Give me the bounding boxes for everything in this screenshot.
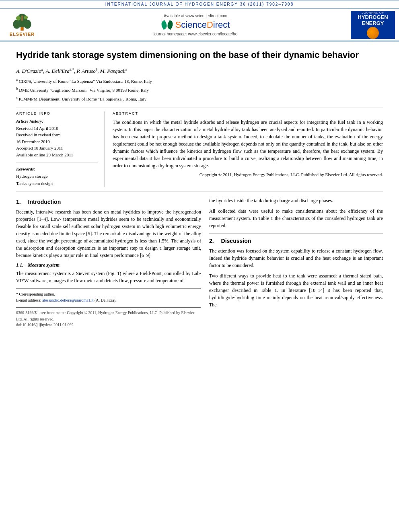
revised-label: Received in revised form	[16, 131, 98, 138]
section2-title: 2. Discussion	[209, 238, 383, 244]
issn-text: 0360-3199/$ – see front matter Copyright…	[16, 310, 201, 322]
available-text: Available at www.sciencedirect.com	[40, 14, 351, 18]
he-main-text: HYDROGENENERGY	[351, 14, 395, 26]
section1-label: Introduction	[28, 199, 61, 205]
author-artuso: P. Artusob	[77, 68, 98, 74]
subsection1-title: 1.1. Measure system	[16, 262, 201, 268]
author-dellera: A. Dell'Erab,*	[46, 68, 74, 74]
abstract-text: The conditions in which the metal hydrid…	[113, 119, 383, 169]
svg-rect-0	[21, 27, 24, 30]
accepted-date: Accepted 18 January 2011	[16, 145, 98, 152]
online-date: Available online 29 March 2011	[16, 152, 98, 158]
affiliation-c: c ICMMPM Department, University of Rome …	[16, 94, 383, 103]
section2-label: Discussion	[221, 238, 251, 244]
subsection1-number: 1.1.	[16, 262, 23, 268]
abstract-label: ABSTRACT	[113, 111, 383, 115]
section1-title: 1. Introduction	[16, 199, 201, 205]
body-right-column: the hydrides inside the tank during char…	[209, 197, 383, 327]
svg-rect-4	[21, 15, 23, 21]
abstract-column: ABSTRACT The conditions in which the met…	[113, 111, 383, 187]
main-content: Hydride tank storage system dimensioning…	[0, 41, 399, 335]
affiliation-b: b DME University "Guglielmo Marconi" Via…	[16, 86, 383, 94]
info-inner-divider	[16, 162, 98, 162]
section1-text1: Recently, intensive research has been do…	[16, 208, 201, 259]
section2-text2: Two different ways to provide heat to th…	[209, 272, 383, 308]
affiliations: a CIRPS, University of Rome "La Sapienza…	[16, 77, 383, 103]
doi-text: doi:10.1016/j.ijhydene.2011.01.092	[16, 322, 201, 327]
email-suffix: (A. Dell'Era).	[95, 298, 116, 302]
section1-right-text2: All collected data were useful to make c…	[209, 207, 383, 229]
info-abstract-section: ARTICLE INFO Article history: Received 1…	[16, 111, 383, 187]
elsevier-logo: ELSEVIER	[4, 11, 40, 39]
footnote-area: * Corresponding author. E-mail address: …	[16, 288, 201, 303]
elsevier-label: ELSEVIER	[10, 32, 35, 37]
copyright-text: Copyright © 2011, Hydrogen Energy Public…	[113, 172, 383, 178]
sciencedirect-brand: ScienceDirect	[175, 20, 230, 30]
keyword-1: Hydrogen storage	[16, 173, 98, 180]
authors-line: A. D'Orazioa, A. Dell'Erab,*, P. Artusob…	[16, 68, 383, 74]
email-footnote: E-mail address: alessandro.dellera@uniro…	[16, 297, 201, 303]
corresponding-author: * Corresponding author.	[16, 291, 201, 297]
he-circle-icon	[367, 27, 379, 39]
elsevier-tree-icon	[10, 14, 34, 32]
affiliation-a: a CIRPS, University of Rome "La Sapienza…	[16, 77, 383, 85]
journal-title-bar: INTERNATIONAL JOURNAL OF HYDROGEN ENERGY…	[0, 0, 399, 8]
footer-bar: 0360-3199/$ – see front matter Copyright…	[16, 307, 201, 327]
section1-text2: The measurement system is a Sievert syst…	[16, 270, 201, 284]
section1-number: 1.	[16, 199, 21, 205]
article-title: Hydride tank storage system dimensioning…	[16, 49, 383, 61]
revised-date: 16 December 2010	[16, 138, 98, 145]
keywords-label: Keywords:	[16, 166, 98, 171]
section1-right-text1: the hydrides inside the tank during char…	[209, 197, 383, 204]
subsection1-label: Measure system	[28, 262, 60, 268]
sciencedirect-logo: ScienceDirect	[40, 20, 351, 30]
sd-leaves-icon	[161, 21, 173, 29]
author-pasquali: M. Pasqualic	[100, 68, 128, 74]
email-link[interactable]: alessandro.dellera@uniroma1.it	[42, 298, 94, 302]
svg-point-3	[24, 20, 31, 29]
body-divider	[16, 191, 383, 191]
keyword-2: Tanks system design	[16, 180, 98, 187]
svg-point-5	[16, 16, 21, 20]
received-date: Received 14 April 2010	[16, 125, 98, 132]
journal-top-bar-text: INTERNATIONAL JOURNAL OF HYDROGEN ENERGY…	[105, 2, 294, 6]
header-divider	[16, 107, 383, 107]
author-dorazio: A. D'Orazioa	[16, 68, 43, 74]
sciencedirect-area: Available at www.sciencedirect.com Scien…	[40, 14, 351, 36]
body-section: 1. Introduction Recently, intensive rese…	[16, 197, 383, 327]
journal-homepage-text: journal homepage: www.elsevier.com/locat…	[40, 32, 351, 36]
svg-point-6	[24, 15, 28, 19]
history-label: Article history:	[16, 119, 98, 123]
email-label: E-mail address:	[16, 298, 41, 302]
journal-header: ELSEVIER Available at www.sciencedirect.…	[0, 8, 399, 41]
article-info-label: ARTICLE INFO	[16, 111, 98, 115]
section2-number: 2.	[209, 238, 214, 244]
body-left-column: 1. Introduction Recently, intensive rese…	[16, 197, 201, 327]
article-info-column: ARTICLE INFO Article history: Received 1…	[16, 111, 105, 187]
hydrogen-energy-logo: International Journal of HYDROGENENERGY …	[351, 11, 395, 39]
section2-text1: The attention was focused on the system …	[209, 247, 383, 269]
section2-divider	[209, 233, 383, 234]
svg-point-2	[13, 20, 21, 29]
he-logo-inner: International Journal of HYDROGENENERGY …	[351, 11, 395, 39]
